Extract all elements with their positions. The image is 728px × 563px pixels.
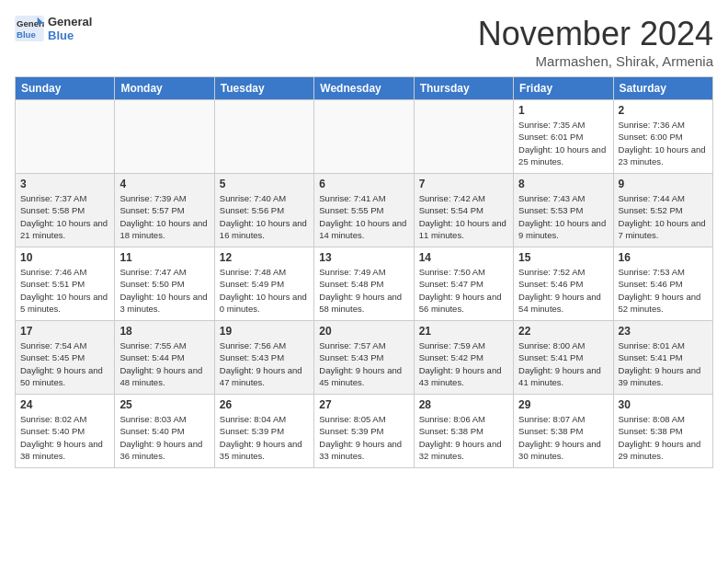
day-info: Sunrise: 8:04 AM Sunset: 5:39 PM Dayligh… <box>220 413 309 462</box>
day-info: Sunrise: 7:36 AM Sunset: 6:00 PM Dayligh… <box>619 119 708 167</box>
logo: General Blue General Blue <box>15 15 92 42</box>
day-info: Sunrise: 7:56 AM Sunset: 5:43 PM Dayligh… <box>220 339 309 388</box>
svg-text:Blue: Blue <box>17 29 36 40</box>
calendar-day-cell: 1Sunrise: 7:35 AM Sunset: 6:01 PM Daylig… <box>514 100 613 174</box>
calendar-day-cell: 21Sunrise: 7:59 AM Sunset: 5:42 PM Dayli… <box>414 321 513 395</box>
column-header-sunday: Sunday <box>16 77 115 100</box>
calendar-day-cell: 6Sunrise: 7:41 AM Sunset: 5:55 PM Daylig… <box>314 174 414 247</box>
day-info: Sunrise: 7:39 AM Sunset: 5:57 PM Dayligh… <box>119 192 209 241</box>
logo-icon: General Blue <box>15 16 44 41</box>
day-info: Sunrise: 7:49 AM Sunset: 5:48 PM Dayligh… <box>319 266 408 315</box>
calendar-day-cell: 18Sunrise: 7:55 AM Sunset: 5:44 PM Dayli… <box>115 321 214 395</box>
day-info: Sunrise: 7:59 AM Sunset: 5:42 PM Dayligh… <box>419 339 508 388</box>
calendar-day-cell <box>414 100 513 174</box>
day-number: 14 <box>419 251 508 264</box>
calendar-week-row: 10Sunrise: 7:46 AM Sunset: 5:51 PM Dayli… <box>16 247 713 321</box>
calendar-day-cell: 26Sunrise: 8:04 AM Sunset: 5:39 PM Dayli… <box>214 395 313 468</box>
calendar-day-cell: 17Sunrise: 7:54 AM Sunset: 5:45 PM Dayli… <box>16 321 115 395</box>
day-number: 5 <box>220 178 309 190</box>
day-number: 19 <box>220 325 309 338</box>
calendar-day-cell: 20Sunrise: 7:57 AM Sunset: 5:43 PM Dayli… <box>314 321 414 395</box>
day-number: 1 <box>518 104 608 117</box>
calendar-day-cell: 11Sunrise: 7:47 AM Sunset: 5:50 PM Dayli… <box>115 247 214 321</box>
day-number: 12 <box>220 251 309 264</box>
day-info: Sunrise: 8:07 AM Sunset: 5:38 PM Dayligh… <box>518 413 608 462</box>
day-number: 10 <box>20 251 109 264</box>
calendar-day-cell <box>214 100 313 174</box>
day-number: 13 <box>319 251 408 264</box>
calendar-day-cell <box>16 100 115 174</box>
day-number: 20 <box>319 325 408 338</box>
calendar-day-cell: 29Sunrise: 8:07 AM Sunset: 5:38 PM Dayli… <box>514 395 613 468</box>
day-info: Sunrise: 7:47 AM Sunset: 5:50 PM Dayligh… <box>119 266 209 315</box>
calendar-day-cell: 16Sunrise: 7:53 AM Sunset: 5:46 PM Dayli… <box>613 247 712 321</box>
calendar-day-cell: 28Sunrise: 8:06 AM Sunset: 5:38 PM Dayli… <box>414 395 513 468</box>
column-header-wednesday: Wednesday <box>314 77 414 100</box>
calendar-day-cell: 13Sunrise: 7:49 AM Sunset: 5:48 PM Dayli… <box>314 247 414 321</box>
day-info: Sunrise: 8:05 AM Sunset: 5:39 PM Dayligh… <box>319 413 408 462</box>
calendar-day-cell: 2Sunrise: 7:36 AM Sunset: 6:00 PM Daylig… <box>613 100 712 174</box>
day-number: 23 <box>619 325 708 338</box>
day-info: Sunrise: 7:42 AM Sunset: 5:54 PM Dayligh… <box>419 192 508 241</box>
day-number: 21 <box>419 325 508 338</box>
day-number: 11 <box>119 251 209 264</box>
day-info: Sunrise: 7:53 AM Sunset: 5:46 PM Dayligh… <box>619 266 708 315</box>
title-block: November 2024 Marmashen, Shirak, Armenia <box>478 15 713 69</box>
day-number: 9 <box>619 178 708 190</box>
day-info: Sunrise: 7:50 AM Sunset: 5:47 PM Dayligh… <box>419 266 508 315</box>
calendar-day-cell: 10Sunrise: 7:46 AM Sunset: 5:51 PM Dayli… <box>16 247 115 321</box>
calendar-day-cell: 14Sunrise: 7:50 AM Sunset: 5:47 PM Dayli… <box>414 247 513 321</box>
calendar-day-cell: 12Sunrise: 7:48 AM Sunset: 5:49 PM Dayli… <box>214 247 313 321</box>
calendar-day-cell <box>115 100 214 174</box>
day-number: 2 <box>619 104 708 117</box>
day-info: Sunrise: 7:54 AM Sunset: 5:45 PM Dayligh… <box>20 339 109 388</box>
day-info: Sunrise: 7:41 AM Sunset: 5:55 PM Dayligh… <box>319 192 408 241</box>
calendar-day-cell: 15Sunrise: 7:52 AM Sunset: 5:46 PM Dayli… <box>514 247 613 321</box>
column-header-saturday: Saturday <box>613 77 712 100</box>
page-header: General Blue General Blue November 2024 … <box>15 15 713 69</box>
day-info: Sunrise: 7:52 AM Sunset: 5:46 PM Dayligh… <box>518 266 608 315</box>
column-header-friday: Friday <box>514 77 613 100</box>
day-info: Sunrise: 7:57 AM Sunset: 5:43 PM Dayligh… <box>319 339 408 388</box>
day-number: 28 <box>419 398 508 411</box>
day-number: 15 <box>518 251 608 264</box>
day-number: 25 <box>119 398 209 411</box>
calendar-week-row: 24Sunrise: 8:02 AM Sunset: 5:40 PM Dayli… <box>16 395 713 468</box>
day-number: 8 <box>518 178 608 190</box>
calendar-day-cell: 25Sunrise: 8:03 AM Sunset: 5:40 PM Dayli… <box>115 395 214 468</box>
calendar-day-cell: 24Sunrise: 8:02 AM Sunset: 5:40 PM Dayli… <box>16 395 115 468</box>
day-info: Sunrise: 7:37 AM Sunset: 5:58 PM Dayligh… <box>20 192 109 241</box>
day-number: 24 <box>20 398 109 411</box>
calendar-day-cell: 27Sunrise: 8:05 AM Sunset: 5:39 PM Dayli… <box>314 395 414 468</box>
calendar-day-cell: 19Sunrise: 7:56 AM Sunset: 5:43 PM Dayli… <box>214 321 313 395</box>
day-info: Sunrise: 7:55 AM Sunset: 5:44 PM Dayligh… <box>119 339 209 388</box>
day-info: Sunrise: 8:08 AM Sunset: 5:38 PM Dayligh… <box>619 413 708 462</box>
calendar-day-cell <box>314 100 414 174</box>
day-number: 17 <box>20 325 109 338</box>
calendar-week-row: 3Sunrise: 7:37 AM Sunset: 5:58 PM Daylig… <box>16 174 713 247</box>
column-header-thursday: Thursday <box>414 77 513 100</box>
logo-text-blue: Blue <box>48 29 92 42</box>
day-info: Sunrise: 8:01 AM Sunset: 5:41 PM Dayligh… <box>619 339 708 388</box>
day-info: Sunrise: 7:48 AM Sunset: 5:49 PM Dayligh… <box>220 266 309 315</box>
calendar-day-cell: 3Sunrise: 7:37 AM Sunset: 5:58 PM Daylig… <box>16 174 115 247</box>
calendar-day-cell: 9Sunrise: 7:44 AM Sunset: 5:52 PM Daylig… <box>613 174 712 247</box>
calendar-day-cell: 7Sunrise: 7:42 AM Sunset: 5:54 PM Daylig… <box>414 174 513 247</box>
day-number: 16 <box>619 251 708 264</box>
day-info: Sunrise: 7:46 AM Sunset: 5:51 PM Dayligh… <box>20 266 109 315</box>
calendar-week-row: 1Sunrise: 7:35 AM Sunset: 6:01 PM Daylig… <box>16 100 713 174</box>
calendar-day-cell: 4Sunrise: 7:39 AM Sunset: 5:57 PM Daylig… <box>115 174 214 247</box>
day-number: 6 <box>319 178 408 190</box>
day-info: Sunrise: 8:03 AM Sunset: 5:40 PM Dayligh… <box>119 413 209 462</box>
day-number: 18 <box>119 325 209 338</box>
day-info: Sunrise: 8:00 AM Sunset: 5:41 PM Dayligh… <box>518 339 608 388</box>
calendar-day-cell: 5Sunrise: 7:40 AM Sunset: 5:56 PM Daylig… <box>214 174 313 247</box>
calendar-day-cell: 30Sunrise: 8:08 AM Sunset: 5:38 PM Dayli… <box>613 395 712 468</box>
calendar-week-row: 17Sunrise: 7:54 AM Sunset: 5:45 PM Dayli… <box>16 321 713 395</box>
calendar-day-cell: 22Sunrise: 8:00 AM Sunset: 5:41 PM Dayli… <box>514 321 613 395</box>
day-info: Sunrise: 7:44 AM Sunset: 5:52 PM Dayligh… <box>619 192 708 241</box>
calendar-table: SundayMondayTuesdayWednesdayThursdayFrid… <box>15 76 713 468</box>
logo-text-general: General <box>48 15 92 29</box>
day-number: 4 <box>119 178 209 190</box>
day-number: 3 <box>20 178 109 190</box>
